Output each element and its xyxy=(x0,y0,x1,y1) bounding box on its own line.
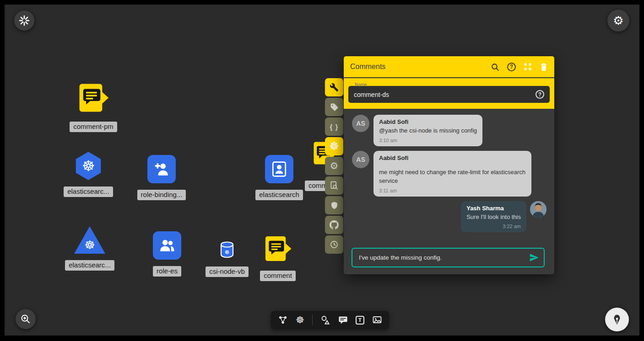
comment-message: AS Aabid Sofi me might need to change th… xyxy=(352,151,547,197)
send-button[interactable] xyxy=(529,253,539,263)
comment-message: AS Aabid Sofi @yash the csi-node is miss… xyxy=(352,115,547,146)
node-label: csi-node-vb xyxy=(206,266,249,277)
braces-icon: { } xyxy=(330,123,339,131)
pen-tool-button[interactable] xyxy=(605,308,629,331)
search-icon xyxy=(491,63,499,71)
service-account-icon xyxy=(265,155,293,183)
node-label: elasticsearc... xyxy=(65,260,114,271)
gear-icon: ⚙ xyxy=(613,14,623,28)
relationships-tool[interactable] xyxy=(278,315,288,325)
gear-icon: ⚙ xyxy=(330,160,339,171)
name-field-label: Name xyxy=(354,82,368,87)
pen-nib-icon xyxy=(611,314,623,325)
history-clock-icon xyxy=(330,240,339,249)
node-label: role-es xyxy=(153,266,181,277)
tag-icon xyxy=(330,103,339,112)
comment-bubble-icon xyxy=(338,315,348,325)
kubernetes-wheel-icon: ☸ xyxy=(329,140,339,153)
comment-tool[interactable] xyxy=(338,315,348,325)
node-label: comment xyxy=(260,271,296,281)
node-action-toolbar: { } ☸ ⚙ xyxy=(325,78,343,254)
kubernetes-tool-button[interactable]: ☸ xyxy=(325,137,343,155)
avatar: AS xyxy=(352,151,369,168)
graph-icon xyxy=(278,315,288,325)
panel-title: Comments xyxy=(350,63,491,71)
kubernetes-components-tool[interactable]: ☸ xyxy=(296,314,304,325)
role-binding-icon xyxy=(147,155,176,183)
github-tool-button[interactable] xyxy=(325,216,343,234)
node-comment-pm[interactable]: comment-pm xyxy=(68,82,119,132)
github-icon xyxy=(330,220,339,229)
message-text: @yash the csi-node is missing config xyxy=(379,127,477,135)
history-tool-button[interactable] xyxy=(325,235,343,254)
node-role-binding[interactable]: role-binding... xyxy=(131,155,192,200)
message-time: 3:22 am xyxy=(466,224,521,229)
shapes-tool[interactable] xyxy=(320,315,330,325)
node-label: elasticsearc... xyxy=(64,186,113,197)
kubernetes-triangle-icon: ☸ xyxy=(74,226,105,254)
message-time: 3:11 am xyxy=(379,188,526,193)
search-button[interactable] xyxy=(491,63,499,71)
settings-button[interactable]: ⚙ xyxy=(607,10,629,32)
node-elasticsearch[interactable]: elasticsearch xyxy=(249,155,309,200)
message-bubble: Yash Sharma Sure I'll look into this 3:2… xyxy=(461,201,526,233)
text-icon: T xyxy=(356,316,364,325)
message-bubble: Aabid Sofi me might need to change the r… xyxy=(373,151,531,197)
image-tool[interactable] xyxy=(372,315,382,325)
app-logo-icon xyxy=(19,15,30,26)
node-elasticsearch-tri[interactable]: ☸ elasticsearc... xyxy=(60,226,120,271)
help-button[interactable]: ? xyxy=(507,63,516,71)
comment-thread: AS Aabid Sofi @yash the csi-node is miss… xyxy=(344,109,554,244)
shapes-icon xyxy=(320,315,330,325)
tag-tool-button[interactable] xyxy=(325,98,343,116)
document-search-icon xyxy=(330,181,339,190)
configure-tool-button[interactable] xyxy=(325,78,343,96)
svg-text:☸: ☸ xyxy=(225,249,230,256)
node-role-es[interactable]: role-es xyxy=(137,231,197,277)
message-author: Yash Sharma xyxy=(466,205,521,212)
design-canvas[interactable]: comment-pm ☸ elasticsearc... role-bindin… xyxy=(5,5,639,336)
node-csi-node-vb[interactable]: ☸ csi-node-vb xyxy=(201,241,253,277)
name-input[interactable] xyxy=(354,91,536,98)
message-author: Aabid Sofi xyxy=(379,118,477,125)
storage-cylinder-icon: ☸ xyxy=(219,241,235,260)
app-logo-button[interactable] xyxy=(14,11,34,31)
role-icon xyxy=(153,231,181,260)
security-tool-button[interactable] xyxy=(325,196,343,214)
name-help-icon[interactable]: ? xyxy=(536,90,544,99)
comment-resource-icon xyxy=(263,235,292,264)
avatar: AS xyxy=(352,115,369,132)
zoom-button[interactable] xyxy=(16,309,36,329)
name-field-section: Name ? xyxy=(344,77,554,109)
node-comment[interactable]: comment xyxy=(252,235,303,281)
message-text: me might need to change the rate-limit f… xyxy=(379,168,526,186)
zoom-in-icon xyxy=(20,314,31,325)
text-tool[interactable]: T xyxy=(356,316,364,325)
message-text: Sure I'll look into this xyxy=(466,213,521,222)
settings-tool-button[interactable]: ⚙ xyxy=(325,157,343,175)
expand-button[interactable] xyxy=(524,63,532,71)
node-label: role-binding... xyxy=(137,190,186,200)
message-bubble: Aabid Sofi @yash the csi-node is missing… xyxy=(373,115,482,146)
send-icon xyxy=(529,253,539,263)
comment-input[interactable] xyxy=(354,254,529,261)
trash-icon xyxy=(540,63,548,71)
avatar-photo xyxy=(530,201,547,218)
comments-panel-header[interactable]: Comments ? xyxy=(344,56,554,77)
message-time: 3:10 am xyxy=(379,138,477,143)
node-label: elasticsearch xyxy=(255,190,303,200)
node-elasticsearch-hex[interactable]: ☸ elasticsearc... xyxy=(58,152,119,197)
comments-panel: Comments ? xyxy=(344,56,554,274)
tools-dock: ☸ T xyxy=(271,311,389,329)
comment-message: Yash Sharma Sure I'll look into this 3:2… xyxy=(352,201,547,233)
question-icon: ? xyxy=(510,64,513,70)
dock-divider xyxy=(312,315,313,325)
name-field[interactable]: Name ? xyxy=(348,86,550,103)
json-tool-button[interactable]: { } xyxy=(325,117,343,136)
kubernetes-hexagon-icon: ☸ xyxy=(74,152,103,180)
comment-input-row xyxy=(352,248,545,267)
inspect-tool-button[interactable] xyxy=(325,176,343,195)
comment-resource-icon xyxy=(77,82,110,115)
delete-button[interactable] xyxy=(540,63,548,71)
expand-icon xyxy=(524,63,532,71)
